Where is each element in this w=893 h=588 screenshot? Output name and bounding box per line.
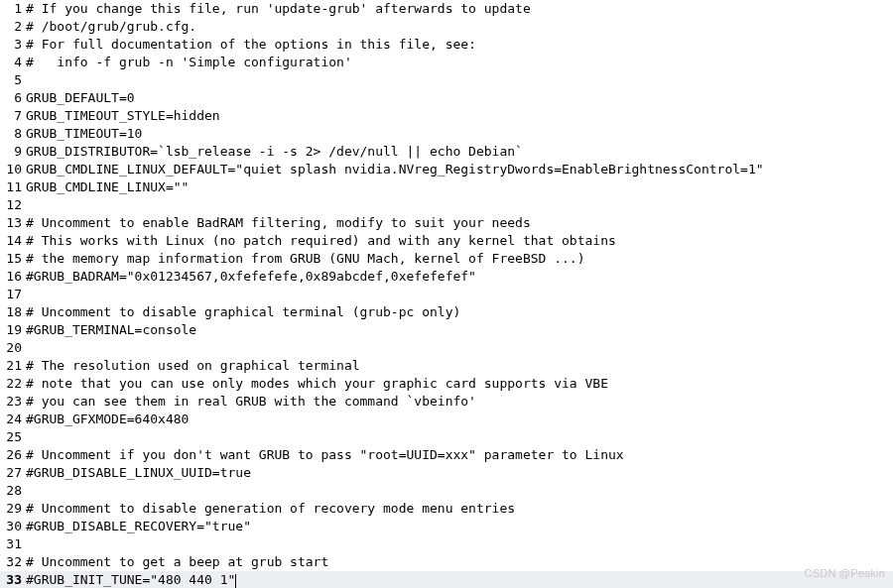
code-text[interactable]: GRUB_TIMEOUT_STYLE=hidden: [26, 107, 893, 125]
line-number: 26: [0, 446, 26, 464]
code-text[interactable]: [26, 196, 893, 214]
line-number: 30: [0, 518, 26, 535]
line-number: 1: [0, 0, 26, 18]
line-number: 14: [0, 232, 26, 250]
code-line[interactable]: 14# This works with Linux (no patch requ…: [0, 232, 893, 250]
line-number: 18: [0, 303, 26, 321]
code-line[interactable]: 17: [0, 286, 893, 303]
line-number: 33: [0, 571, 26, 588]
code-line[interactable]: 19#GRUB_TERMINAL=console: [0, 321, 893, 339]
code-text[interactable]: # For full documentation of the options …: [26, 36, 893, 54]
line-number: 9: [0, 143, 26, 161]
code-line[interactable]: 30#GRUB_DISABLE_RECOVERY="true": [0, 518, 893, 535]
line-number: 4: [0, 54, 26, 71]
code-text[interactable]: [26, 535, 893, 553]
line-number: 32: [0, 553, 26, 571]
code-text[interactable]: #GRUB_TERMINAL=console: [26, 321, 893, 339]
code-editor[interactable]: 1# If you change this file, run 'update-…: [0, 0, 893, 588]
line-number: 13: [0, 214, 26, 232]
line-number: 2: [0, 18, 26, 36]
code-text[interactable]: #GRUB_INIT_TUNE="480 440 1": [26, 571, 893, 588]
code-line[interactable]: 25: [0, 428, 893, 446]
code-text[interactable]: # If you change this file, run 'update-g…: [26, 0, 893, 18]
code-line[interactable]: 13# Uncomment to enable BadRAM filtering…: [0, 214, 893, 232]
code-line[interactable]: 3# For full documentation of the options…: [0, 36, 893, 54]
line-number: 27: [0, 464, 26, 482]
line-number: 12: [0, 196, 26, 214]
code-line[interactable]: 4# info -f grub -n 'Simple configuration…: [0, 54, 893, 71]
line-number: 23: [0, 393, 26, 411]
code-text[interactable]: #GRUB_DISABLE_RECOVERY="true": [26, 518, 893, 535]
code-text[interactable]: #GRUB_DISABLE_LINUX_UUID=true: [26, 464, 893, 482]
code-line[interactable]: 12: [0, 196, 893, 214]
code-text[interactable]: # Uncomment to disable graphical termina…: [26, 303, 893, 321]
line-number: 29: [0, 500, 26, 518]
text-cursor: [235, 574, 236, 588]
line-number: 28: [0, 482, 26, 500]
code-text[interactable]: [26, 428, 893, 446]
code-line[interactable]: 27#GRUB_DISABLE_LINUX_UUID=true: [0, 464, 893, 482]
code-text[interactable]: # the memory map information from GRUB (…: [26, 250, 893, 268]
code-line[interactable]: 23# you can see them in real GRUB with t…: [0, 393, 893, 411]
code-line[interactable]: 16#GRUB_BADRAM="0x01234567,0xfefefefe,0x…: [0, 268, 893, 286]
code-line[interactable]: 6GRUB_DEFAULT=0: [0, 89, 893, 107]
line-number: 17: [0, 286, 26, 303]
code-line[interactable]: 11GRUB_CMDLINE_LINUX="": [0, 178, 893, 196]
code-line[interactable]: 32# Uncomment to get a beep at grub star…: [0, 553, 893, 571]
code-line[interactable]: 15# the memory map information from GRUB…: [0, 250, 893, 268]
code-text[interactable]: [26, 71, 893, 89]
code-text[interactable]: # Uncomment to enable BadRAM filtering, …: [26, 214, 893, 232]
line-number: 11: [0, 178, 26, 196]
code-text[interactable]: [26, 482, 893, 500]
code-text[interactable]: #GRUB_GFXMODE=640x480: [26, 411, 893, 428]
line-number: 24: [0, 411, 26, 428]
code-text[interactable]: GRUB_TIMEOUT=10: [26, 125, 893, 143]
code-line[interactable]: 7GRUB_TIMEOUT_STYLE=hidden: [0, 107, 893, 125]
code-text[interactable]: # /boot/grub/grub.cfg.: [26, 18, 893, 36]
code-line[interactable]: 2# /boot/grub/grub.cfg.: [0, 18, 893, 36]
line-number: 3: [0, 36, 26, 54]
code-text[interactable]: # note that you can use only modes which…: [26, 375, 893, 393]
line-number: 25: [0, 428, 26, 446]
line-number: 21: [0, 357, 26, 375]
code-line[interactable]: 28: [0, 482, 893, 500]
line-number: 7: [0, 107, 26, 125]
line-number: 31: [0, 535, 26, 553]
code-line[interactable]: 18# Uncomment to disable graphical termi…: [0, 303, 893, 321]
code-line[interactable]: 20: [0, 339, 893, 357]
code-text[interactable]: GRUB_DEFAULT=0: [26, 89, 893, 107]
code-text[interactable]: [26, 286, 893, 303]
code-line[interactable]: 8GRUB_TIMEOUT=10: [0, 125, 893, 143]
line-number: 19: [0, 321, 26, 339]
code-line[interactable]: 29# Uncomment to disable generation of r…: [0, 500, 893, 518]
code-line[interactable]: 1# If you change this file, run 'update-…: [0, 0, 893, 18]
code-text[interactable]: # you can see them in real GRUB with the…: [26, 393, 893, 411]
code-text[interactable]: # Uncomment to get a beep at grub start: [26, 553, 893, 571]
code-line[interactable]: 26# Uncomment if you don't want GRUB to …: [0, 446, 893, 464]
code-line[interactable]: 31: [0, 535, 893, 553]
code-text[interactable]: #GRUB_BADRAM="0x01234567,0xfefefefe,0x89…: [26, 268, 893, 286]
code-text[interactable]: GRUB_CMDLINE_LINUX_DEFAULT="quiet splash…: [26, 161, 893, 178]
code-line[interactable]: 10GRUB_CMDLINE_LINUX_DEFAULT="quiet spla…: [0, 161, 893, 178]
code-text[interactable]: GRUB_DISTRIBUTOR=`lsb_release -i -s 2> /…: [26, 143, 893, 161]
line-number: 5: [0, 71, 26, 89]
code-line[interactable]: 24#GRUB_GFXMODE=640x480: [0, 411, 893, 428]
code-text[interactable]: GRUB_CMDLINE_LINUX="": [26, 178, 893, 196]
code-line[interactable]: 21# The resolution used on graphical ter…: [0, 357, 893, 375]
line-number: 22: [0, 375, 26, 393]
line-number: 15: [0, 250, 26, 268]
code-text[interactable]: [26, 339, 893, 357]
code-text[interactable]: # The resolution used on graphical termi…: [26, 357, 893, 375]
line-number: 8: [0, 125, 26, 143]
code-text[interactable]: # Uncomment to disable generation of rec…: [26, 500, 893, 518]
code-text[interactable]: # This works with Linux (no patch requir…: [26, 232, 893, 250]
code-text[interactable]: # Uncomment if you don't want GRUB to pa…: [26, 446, 893, 464]
line-number: 6: [0, 89, 26, 107]
code-line[interactable]: 33#GRUB_INIT_TUNE="480 440 1": [0, 571, 893, 588]
code-line[interactable]: 5: [0, 71, 893, 89]
code-text[interactable]: # info -f grub -n 'Simple configuration': [26, 54, 893, 71]
line-number: 16: [0, 268, 26, 286]
code-line[interactable]: 22# note that you can use only modes whi…: [0, 375, 893, 393]
code-line[interactable]: 9GRUB_DISTRIBUTOR=`lsb_release -i -s 2> …: [0, 143, 893, 161]
watermark: CSDN @Peakin: [805, 564, 885, 582]
